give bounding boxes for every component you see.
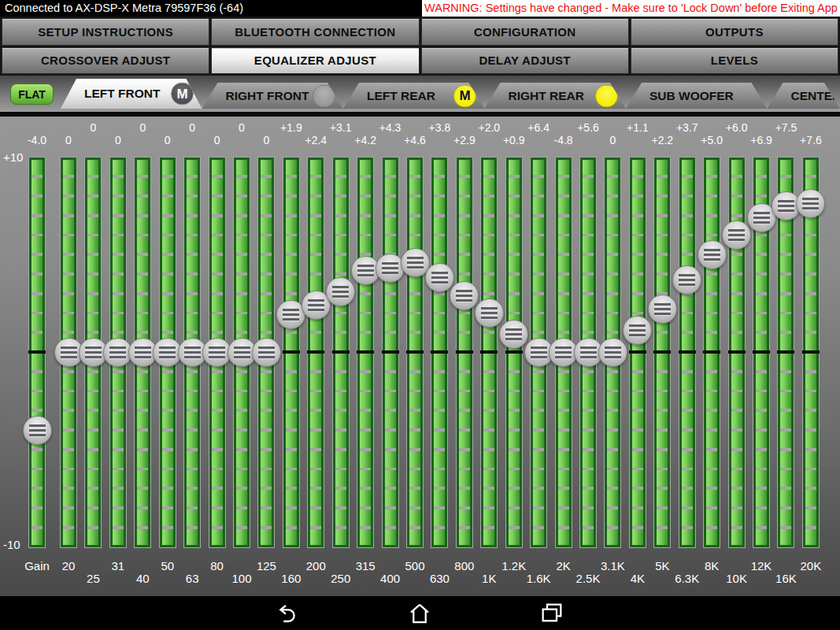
- tab-equalizer-adjust[interactable]: EQUALIZER ADJUST: [211, 47, 419, 75]
- eq-zero-line: [653, 350, 671, 354]
- eq-zero-line: [480, 350, 498, 354]
- eq-thumb[interactable]: [326, 277, 355, 306]
- eq-slider-1-6k: +6.41.6K: [525, 117, 552, 596]
- eq-zero-line: [307, 350, 324, 354]
- eq-zero-line: [28, 350, 46, 354]
- eq-slider-250: +3.1250: [327, 117, 354, 596]
- mute-badge-icon[interactable]: M: [171, 83, 194, 106]
- eq-slider-2k: -4.82K: [550, 117, 577, 596]
- eq-freq-label: 20K: [786, 559, 835, 573]
- back-button[interactable]: [275, 601, 300, 626]
- eq-slider-40: 040: [129, 117, 156, 596]
- eq-zero-line: [456, 350, 473, 354]
- tab-configuration[interactable]: CONFIGURATION: [421, 18, 629, 46]
- main-nav-tabs: SETUP INSTRUCTIONSBLUETOOTH CONNECTIONCO…: [0, 17, 840, 76]
- eq-slider-315: +4.2315: [352, 117, 379, 596]
- eq-slider-500: +4.6500: [401, 117, 428, 596]
- eq-slider-16k: +7.516K: [772, 117, 799, 596]
- eq-slider-1-2k: +0.91.2K: [501, 117, 527, 596]
- eq-thumb[interactable]: [252, 338, 281, 367]
- eq-slider-gain: -4.0Gain: [24, 117, 50, 596]
- equalizer-panel: +10 -10 -4.0Gain020025031040050063080010…: [0, 117, 840, 596]
- eq-zero-line: [332, 350, 350, 354]
- eq-zero-line: [703, 350, 720, 354]
- eq-slider-160: +1.9160: [278, 117, 305, 596]
- eq-zero-line: [382, 350, 399, 354]
- eq-zero-line: [431, 350, 448, 354]
- tab-outputs[interactable]: OUTPUTS: [631, 18, 838, 46]
- eq-zero-line: [629, 350, 646, 354]
- tab-bluetooth-connection[interactable]: BLUETOOTH CONNECTION: [211, 18, 419, 46]
- tab-levels[interactable]: LEVELS: [631, 47, 838, 75]
- eq-zero-line: [505, 350, 523, 354]
- eq-slider-1k: +2.01K: [476, 117, 502, 596]
- channel-tab-right-front[interactable]: RIGHT FRONT: [202, 83, 344, 109]
- mute-badge-icon[interactable]: M: [453, 84, 476, 107]
- eq-thumb[interactable]: [376, 254, 405, 283]
- eq-thumb[interactable]: [23, 416, 52, 445]
- eq-slider-20: 020: [55, 117, 82, 596]
- eq-thumb[interactable]: [648, 295, 677, 324]
- eq-slider-200: +2.4200: [302, 117, 329, 596]
- flat-button[interactable]: FLAT: [10, 83, 54, 105]
- home-icon: [407, 601, 432, 626]
- eq-thumb[interactable]: [598, 338, 627, 367]
- eq-slider-3-1k: 03.1K: [599, 117, 626, 596]
- eq-slider-12k: +6.912K: [748, 117, 775, 596]
- android-nav-bar: [0, 596, 840, 630]
- channel-tab-center[interactable]: CENTER: [768, 83, 840, 109]
- recents-button[interactable]: [539, 601, 564, 626]
- tab-crossover-adjust[interactable]: CROSSOVER ADJUST: [2, 47, 209, 75]
- status-dot-icon[interactable]: [595, 84, 618, 107]
- eq-value-label: +7.6: [786, 134, 835, 146]
- eq-thumb[interactable]: [623, 316, 652, 345]
- channel-tab-label: LEFT REAR: [367, 83, 435, 109]
- eq-thumb[interactable]: [450, 281, 479, 310]
- eq-slider-6-3k: +3.76.3K: [674, 117, 701, 596]
- eq-zero-line: [753, 350, 770, 354]
- channel-tab-left-rear[interactable]: LEFT REARM: [343, 83, 485, 109]
- eq-thumb[interactable]: [796, 189, 825, 218]
- channel-tab-label: LEFT FRONT: [84, 79, 160, 109]
- eq-slider-100: 0100: [228, 117, 255, 596]
- eq-zero-line: [802, 350, 820, 354]
- eq-thumb[interactable]: [698, 240, 727, 269]
- eq-slider-25: 025: [80, 117, 106, 596]
- eq-thumb[interactable]: [722, 220, 751, 250]
- eq-thumb[interactable]: [475, 298, 504, 328]
- scale-min-label: -10: [3, 538, 20, 551]
- status-bar: Connected to AX-DSP-X Metra 79597F36 (-6…: [0, 0, 840, 17]
- channel-tab-sub-woofer[interactable]: SUB WOOFER: [626, 83, 768, 109]
- connection-status: Connected to AX-DSP-X Metra 79597F36 (-6…: [5, 0, 243, 17]
- channel-tab-right-rear[interactable]: RIGHT REAR: [485, 83, 627, 109]
- channel-tab-label: RIGHT REAR: [509, 83, 584, 109]
- eq-thumb[interactable]: [672, 265, 701, 295]
- eq-slider-20k: +7.620K: [797, 117, 824, 596]
- eq-thumb[interactable]: [425, 263, 454, 292]
- eq-slider-31: 031: [105, 117, 131, 596]
- channel-tab-bar: FLAT LEFT FRONTMRIGHT FRONTLEFT REARMRIG…: [0, 76, 840, 112]
- channel-tab-label: CENTER: [791, 83, 840, 109]
- recents-icon: [539, 601, 564, 626]
- eq-zero-line: [728, 350, 746, 354]
- eq-zero-line: [406, 350, 424, 354]
- channel-tab-left-front[interactable]: LEFT FRONTM: [61, 79, 202, 109]
- eq-slider-50: 050: [154, 117, 181, 596]
- eq-slider-4k: +1.14K: [624, 117, 651, 596]
- warning-banner: WARNING: Settings have changed - Make su…: [422, 0, 840, 17]
- tab-delay-adjust[interactable]: DELAY ADJUST: [421, 47, 629, 75]
- eq-thumb[interactable]: [499, 320, 528, 349]
- scale-max-label: +10: [3, 150, 23, 164]
- eq-zero-line: [679, 350, 696, 354]
- back-icon: [275, 601, 300, 626]
- eq-zero-line: [283, 350, 300, 354]
- eq-slider-800: +2.9800: [451, 117, 478, 596]
- channel-tab-label: RIGHT FRONT: [226, 83, 309, 109]
- home-button[interactable]: [407, 601, 432, 626]
- app-screen: Connected to AX-DSP-X Metra 79597F36 (-6…: [0, 0, 840, 630]
- status-dot-icon[interactable]: [313, 84, 335, 107]
- tab-setup-instructions[interactable]: SETUP INSTRUCTIONS: [2, 18, 209, 46]
- eq-slider-8k: +5.08K: [698, 117, 725, 596]
- eq-zero-line: [777, 350, 794, 354]
- eq-slider-5k: +2.25K: [649, 117, 675, 596]
